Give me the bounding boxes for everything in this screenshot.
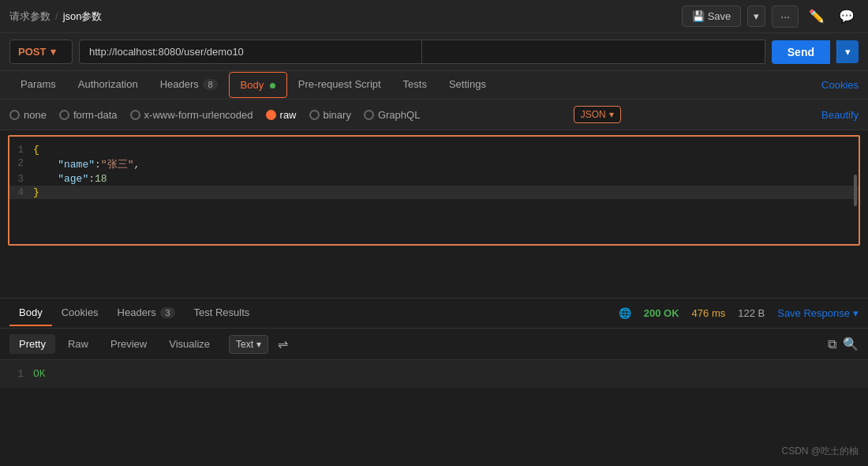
fmt-tab-raw[interactable]: Raw: [58, 334, 98, 354]
resp-tab-cookies[interactable]: Cookies: [52, 300, 108, 326]
send-dropdown-button[interactable]: ▾: [836, 40, 859, 63]
resp-tab-body[interactable]: Body: [9, 300, 52, 326]
method-value: POST: [18, 46, 46, 58]
resp-value-1: OK: [33, 368, 46, 380]
fmt-tab-raw-label: Raw: [68, 338, 88, 350]
fmt-tab-preview-label: Preview: [110, 338, 147, 350]
radio-graphql: [364, 110, 374, 120]
resp-tab-body-label: Body: [19, 306, 43, 318]
code-line-2: 2 "name":"张三",: [9, 156, 859, 172]
option-urlencoded[interactable]: x-www-form-urlencoded: [130, 109, 253, 121]
editor-scrollbar[interactable]: [854, 175, 857, 206]
save-response-button[interactable]: Save Response ▾: [777, 307, 859, 319]
line-number-3: 3: [9, 173, 33, 185]
code-editor[interactable]: 1 { 2 "name":"张三", 3 "age":18 4 }: [8, 135, 860, 246]
format-actions: ⧉ 🔍: [828, 336, 859, 351]
save-response-label: Save Response: [777, 307, 850, 319]
status-size: 122 B: [738, 307, 765, 319]
save-label: Save: [708, 10, 731, 22]
wrap-lines-icon[interactable]: ⇌: [271, 333, 294, 355]
resp-line-num-1: 1: [9, 368, 33, 380]
radio-none: [9, 110, 20, 120]
method-select[interactable]: POST ▾: [9, 39, 73, 64]
cookies-link[interactable]: Cookies: [821, 79, 859, 91]
tab-settings[interactable]: Settings: [438, 72, 497, 98]
request-tabs: Params Authorization Headers 8 Body Pre-…: [0, 71, 868, 100]
url-input-container: [79, 39, 765, 64]
comment-icon-button[interactable]: 💬: [835, 5, 859, 28]
fmt-tab-pretty[interactable]: Pretty: [9, 334, 55, 354]
more-button[interactable]: ···: [772, 6, 799, 28]
method-chevron-icon: ▾: [51, 46, 56, 58]
top-actions: 💾 Save ▾ ··· ✏️ 💬: [682, 5, 859, 28]
beautify-button[interactable]: Beautify: [821, 109, 859, 121]
text-format-chevron-icon: ▾: [256, 339, 261, 350]
option-graphql[interactable]: GraphQL: [364, 109, 420, 121]
json-format-select[interactable]: JSON ▾: [574, 106, 621, 123]
resp-tab-headers[interactable]: Headers 3: [108, 300, 185, 326]
status-info: 🌐 200 OK 476 ms 122 B Save Response ▾: [619, 307, 859, 319]
tab-settings-label: Settings: [449, 78, 486, 90]
option-urlencoded-label: x-www-form-urlencoded: [144, 109, 253, 121]
send-button[interactable]: Send: [772, 40, 830, 64]
tab-params[interactable]: Params: [9, 72, 67, 98]
breadcrumb-current: json参数: [63, 9, 103, 24]
tab-params-label: Params: [21, 78, 56, 90]
tab-pre-request[interactable]: Pre-request Script: [287, 72, 392, 98]
tab-pre-request-label: Pre-request Script: [298, 78, 381, 90]
copy-icon[interactable]: ⧉: [828, 337, 836, 351]
response-content: 1 OK: [0, 360, 868, 388]
watermark: CSDN @吃土的柚: [781, 445, 859, 458]
url-bar: POST ▾ Send ▾: [0, 33, 868, 71]
line-content-3: "age":18: [33, 173, 859, 185]
breadcrumb-parent[interactable]: 请求参数: [9, 9, 51, 24]
line-number-1: 1: [9, 144, 33, 156]
option-raw[interactable]: raw: [266, 109, 297, 121]
body-active-dot: [270, 83, 275, 88]
edit-icon-button[interactable]: ✏️: [805, 5, 829, 28]
breadcrumb-separator: /: [55, 10, 58, 22]
fmt-tab-visualize[interactable]: Visualize: [159, 334, 219, 354]
option-graphql-label: GraphQL: [378, 109, 420, 121]
tab-authorization-label: Authorization: [78, 78, 138, 90]
status-code: 200 OK: [644, 307, 679, 319]
globe-icon[interactable]: 🌐: [619, 307, 631, 319]
save-button[interactable]: 💾 Save: [682, 6, 742, 27]
resp-tab-cookies-label: Cookies: [62, 306, 99, 318]
code-line-3: 3 "age":18: [9, 172, 859, 186]
option-form-data-label: form-data: [73, 109, 118, 121]
tab-body[interactable]: Body: [229, 72, 287, 98]
url-input[interactable]: [79, 39, 422, 64]
option-none-label: none: [24, 109, 47, 121]
line-content-1: {: [33, 144, 859, 156]
url-extra-input[interactable]: [422, 39, 765, 64]
tab-tests[interactable]: Tests: [392, 72, 438, 98]
radio-raw: [266, 110, 276, 120]
option-none[interactable]: none: [9, 109, 47, 121]
json-format-chevron-icon: ▾: [609, 109, 614, 120]
response-tabs: Body Cookies Headers 3 Test Results 🌐 20…: [0, 299, 868, 329]
resp-tab-test-results-label: Test Results: [194, 306, 250, 318]
radio-binary: [309, 110, 320, 120]
option-binary[interactable]: binary: [309, 109, 351, 121]
line-content-4: }: [33, 186, 859, 198]
resp-headers-badge: 3: [160, 307, 174, 318]
fmt-tab-preview[interactable]: Preview: [101, 334, 156, 354]
line-number-4: 4: [9, 186, 33, 198]
text-format-select[interactable]: Text ▾: [229, 335, 268, 354]
tab-authorization[interactable]: Authorization: [67, 72, 149, 98]
line-content-2: "name":"张三",: [33, 157, 859, 171]
option-form-data[interactable]: form-data: [59, 109, 118, 121]
tab-body-label: Body: [241, 79, 264, 91]
radio-urlencoded: [130, 110, 140, 120]
response-section: Body Cookies Headers 3 Test Results 🌐 20…: [0, 298, 868, 388]
response-format-bar: Pretty Raw Preview Visualize Text ▾ ⇌ ⧉ …: [0, 329, 868, 360]
tab-headers[interactable]: Headers 8: [149, 72, 229, 98]
resp-tab-test-results[interactable]: Test Results: [185, 300, 260, 326]
fmt-tab-pretty-label: Pretty: [19, 338, 46, 350]
line-number-2: 2: [9, 157, 33, 171]
body-options: none form-data x-www-form-urlencoded raw…: [0, 100, 868, 130]
tab-tests-label: Tests: [403, 78, 427, 90]
search-icon[interactable]: 🔍: [843, 336, 859, 351]
save-dropdown-button[interactable]: ▾: [747, 6, 765, 27]
